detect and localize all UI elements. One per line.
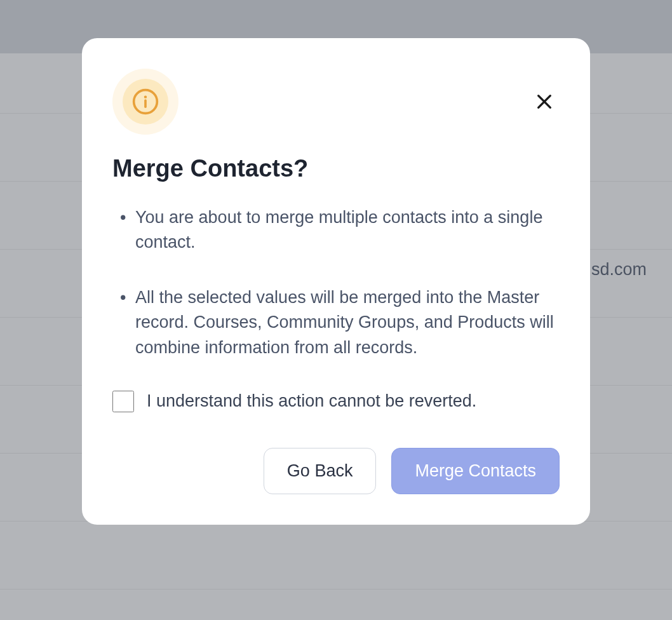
modal-bullet-item: You are about to merge multiple contacts… — [112, 205, 560, 255]
button-row: Go Back Merge Contacts — [112, 448, 560, 494]
info-icon-wrapper — [112, 69, 178, 135]
close-icon — [534, 91, 554, 112]
modal-bullet-item: All the selected values will be merged i… — [112, 285, 560, 360]
close-button[interactable] — [529, 86, 560, 119]
confirm-label: I understand this action cannot be rever… — [147, 391, 476, 411]
modal-overlay: Merge Contacts? You are about to merge m… — [0, 0, 672, 620]
info-icon-inner — [123, 79, 168, 125]
info-icon — [131, 88, 159, 116]
confirm-checkbox[interactable] — [112, 391, 134, 412]
modal-title: Merge Contacts? — [112, 155, 560, 182]
go-back-button[interactable]: Go Back — [264, 448, 377, 494]
merge-contacts-button[interactable]: Merge Contacts — [391, 448, 560, 494]
modal-header — [112, 69, 560, 135]
confirm-row: I understand this action cannot be rever… — [112, 391, 560, 412]
svg-point-1 — [144, 95, 147, 98]
modal-bullet-list: You are about to merge multiple contacts… — [112, 205, 560, 360]
merge-contacts-modal: Merge Contacts? You are about to merge m… — [82, 38, 590, 525]
